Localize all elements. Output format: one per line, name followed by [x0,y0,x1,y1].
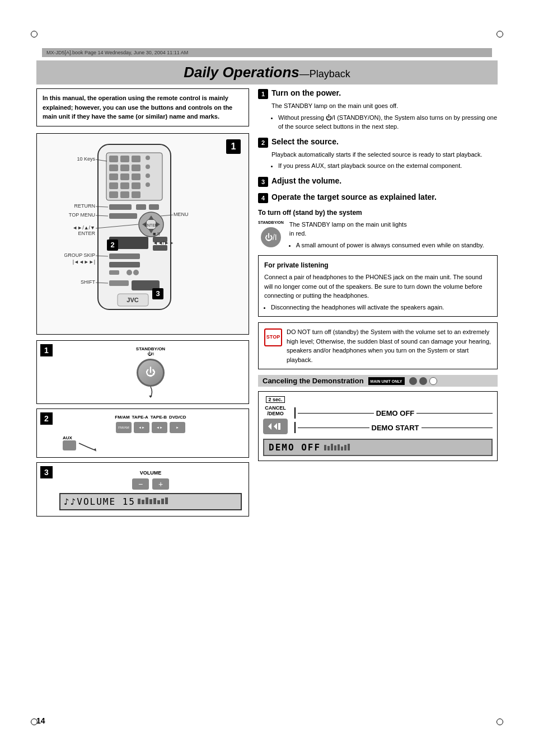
step1-title: Turn on the power. [271,88,341,97]
warning-box: STOP DO NOT turn off (standby) the Syste… [258,322,498,369]
svg-text:ENTER: ENTER [78,231,95,236]
step-box-3: 3 VOLUME − + ♪♪VOLUME 15 [36,462,249,516]
demo-display: DEMO OFF [263,439,493,456]
private-listening-box: For private listening Connect a pair of … [258,255,498,317]
svg-point-41 [127,270,132,275]
svg-rect-4 [132,156,140,162]
cancel-demo-label: CANCEL/DEMO [265,405,286,416]
source-btn-tapeb: ◄► [152,422,167,433]
step2-title: Select the source. [271,137,339,146]
panel2-label-dvdcd: DVD/CD [169,415,186,420]
svg-rect-69 [138,499,140,504]
standby-title: To turn off (stand by) the system [258,209,498,217]
step-1-instruction: 1 Turn on the power. The STANDBY lamp on… [258,88,498,132]
svg-rect-80 [334,445,336,450]
title-bold: Daily Operations [184,64,299,81]
intro-box: In this manual, the operation using the … [36,88,249,126]
step4-num-box: 4 [258,193,268,203]
demo-section: Canceling the Demonstration MAIN UNIT ON… [258,375,498,461]
svg-rect-77 [324,445,326,450]
demo-title: Canceling the Demonstration [263,377,364,385]
svg-rect-24 [109,213,137,219]
remote-svg: ENTER 2 [64,142,221,326]
svg-text:◄►/▲/▼: ◄►/▲/▼ [72,225,95,231]
step-num-1: 1 [40,344,53,356]
remote-diagram: 1 [36,133,249,335]
svg-rect-13 [146,173,150,178]
demo-circle-2 [419,377,427,385]
title-light: —Playback [299,68,350,79]
svg-rect-71 [146,497,148,504]
svg-rect-79 [331,444,333,450]
corner-mark-br [496,719,503,725]
svg-text:TOP MENU: TOP MENU [69,212,95,218]
step-2-instruction: 2 Select the source. Playback automatica… [258,137,498,171]
svg-rect-15 [120,182,129,189]
demo-diagram: 2 sec. CANCEL/DEMO [258,391,498,461]
demo-circle-1 [409,377,417,385]
svg-text:MENU: MENU [174,212,189,217]
volume-display: ♪♪VOLUME 15 [59,493,242,510]
panel2-label-tapeb: TAPE-B [151,415,167,420]
corner-mark-tl [31,31,38,37]
step3-num-box: 3 [258,177,268,187]
vol-plus-btn: + [152,478,169,490]
svg-text:2: 2 [110,241,114,249]
two-sec-label: 2 sec. [266,396,284,403]
standby-button-icon: ⏻ [137,359,165,387]
panel3-volume-label: VOLUME [140,470,162,476]
svg-rect-9 [146,165,150,169]
standby-section: To turn off (stand by) the system STANDB… [258,209,498,250]
volume-display-text: ♪♪VOLUME 15 [64,496,135,507]
aux-btn [63,440,76,450]
warning-text: DO NOT turn off (standby) the System wit… [287,327,491,364]
svg-rect-11 [120,173,129,180]
svg-rect-22 [136,204,146,210]
svg-rect-39 [109,262,140,267]
svg-rect-19 [120,191,129,198]
step-box-1-content: STANDBY/ON ⏻/I ⏻ [57,344,244,400]
svg-text:3: 3 [156,289,160,298]
panel2-label-aux: AUX [63,435,72,440]
svg-rect-5 [146,156,150,160]
svg-rect-82 [341,447,343,450]
private-box-bullet: Disconnecting the headphones will activa… [271,303,491,312]
svg-rect-43 [109,280,129,286]
svg-rect-21 [109,204,132,210]
standby-label: STANDBY/ON [258,220,284,226]
stop-icon: STOP [264,328,282,346]
step-box-3-content: VOLUME − + ♪♪VOLUME 15 [57,466,244,513]
svg-rect-20 [132,191,140,198]
svg-text:■.II: ■.II [153,231,160,237]
remote-badge-1: 1 [226,139,241,154]
standby-text: The STANDBY lamp on the main unit lights… [289,220,484,250]
step-num-2: 2 [40,412,53,425]
svg-rect-3 [120,156,129,162]
intro-text: In this manual, the operation using the … [43,95,232,120]
svg-rect-74 [157,500,160,504]
step-box-2-content: FM/AM TAPE-A TAPE-B DVD/CD FM/AM ◄► ◄► ►… [57,412,244,454]
demo-display-bars [324,444,352,452]
svg-text:GROUP SKIP: GROUP SKIP [64,252,95,258]
svg-text:SHIFT: SHIFT [81,279,96,285]
svg-rect-73 [153,498,156,504]
standby-icon-area: STANDBY/ON ⏻/I [258,220,284,248]
standby-button-img: ⏻/I [261,227,281,247]
demo-start-line-h [298,428,369,428]
demo-title-bar: Canceling the Demonstration MAIN UNIT ON… [258,375,498,387]
svg-rect-10 [109,173,118,180]
demo-badge: MAIN UNIT ONLY [368,377,405,385]
demo-off-label: DEMO OFF [376,409,415,417]
step-4-instruction: 4 Operate the target source as explained… [258,192,498,203]
svg-rect-7 [120,165,129,171]
header-file-info: MX-JD5[A].book Page 14 Wednesday, June 3… [46,50,188,55]
svg-rect-2 [109,156,118,162]
step-num-3: 3 [40,466,53,478]
svg-rect-81 [338,444,340,450]
svg-rect-17 [146,182,150,187]
svg-marker-67 [149,396,152,398]
svg-rect-6 [109,165,118,171]
cancel-demo-btn-icon [267,422,284,431]
step2-num-box: 2 [258,138,268,148]
step3-title: Adjust the volume. [271,176,341,185]
